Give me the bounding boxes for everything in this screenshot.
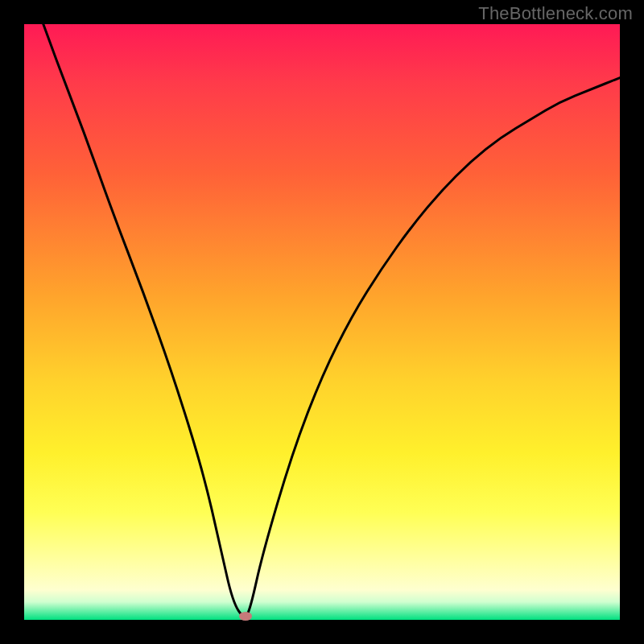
chart-area <box>24 24 620 620</box>
watermark-text: TheBottleneck.com <box>478 3 633 24</box>
bottleneck-curve <box>24 24 620 620</box>
optimal-marker <box>239 612 252 621</box>
